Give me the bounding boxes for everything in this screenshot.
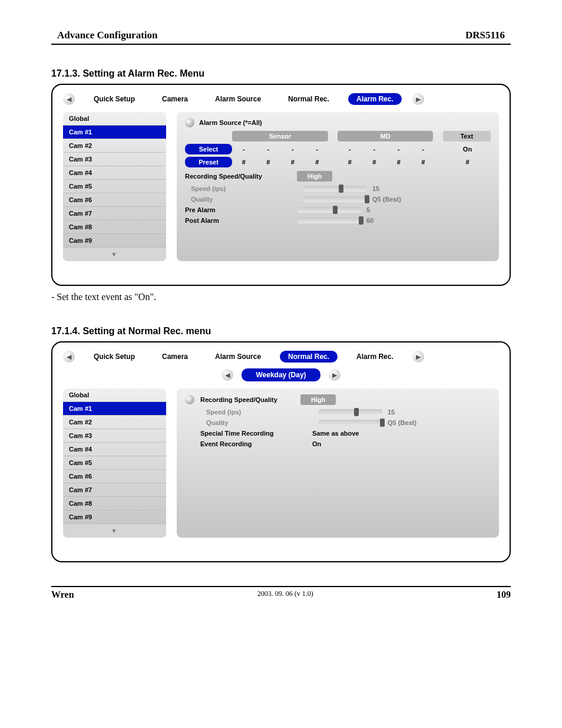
nav-next-icon[interactable]: ▶ bbox=[412, 93, 424, 105]
select-label[interactable]: Select bbox=[185, 144, 232, 154]
footer-right: 109 bbox=[497, 589, 511, 600]
quality-slider[interactable] bbox=[303, 196, 368, 202]
post-alarm-slider[interactable] bbox=[297, 218, 362, 223]
page-footer: Wren 2003. 09. 06 (v 1.0) 109 bbox=[51, 586, 511, 600]
select-cell[interactable]: - bbox=[363, 146, 386, 153]
preset-cell[interactable]: # bbox=[281, 159, 305, 166]
speed-slider-2[interactable] bbox=[318, 409, 383, 415]
nav-prev-icon[interactable]: ◀ bbox=[63, 93, 75, 105]
select-cell[interactable]: - bbox=[338, 146, 362, 153]
select-cell[interactable]: - bbox=[306, 146, 329, 153]
cam-item[interactable]: Cam #4 bbox=[63, 166, 166, 180]
tab-alarm-source[interactable]: Alarm Source bbox=[207, 351, 269, 363]
scroll-down-icon[interactable]: ▼ bbox=[63, 248, 166, 261]
rsq-label: Recording Speed/Quality bbox=[185, 173, 297, 180]
rsq-value[interactable]: High bbox=[297, 171, 332, 182]
tab-camera[interactable]: Camera bbox=[154, 351, 196, 363]
quality-value-2: Q5 (Best) bbox=[388, 419, 429, 426]
rsq-value-2[interactable]: High bbox=[300, 394, 336, 405]
cam-item[interactable]: Cam #6 bbox=[63, 470, 166, 483]
cam-item[interactable]: Cam #9 bbox=[63, 234, 166, 248]
subtab-prev-icon[interactable]: ◀ bbox=[222, 369, 233, 381]
camera-list: Global Cam #1 Cam #2 Cam #3 Cam #4 Cam #… bbox=[63, 111, 166, 261]
cam-global[interactable]: Global bbox=[63, 388, 166, 402]
cam-item[interactable]: Cam #3 bbox=[63, 153, 166, 166]
quality-label-2: Quality bbox=[185, 419, 318, 426]
sphere-icon bbox=[185, 395, 194, 404]
cam-item[interactable]: Cam #5 bbox=[63, 180, 166, 193]
cam-item[interactable]: Cam #4 bbox=[63, 443, 166, 456]
normal-main: Recording Speed/Quality High Speed (ips)… bbox=[177, 387, 499, 538]
nav-next-icon[interactable]: ▶ bbox=[412, 351, 424, 363]
speed-label: Speed (ips) bbox=[185, 185, 303, 192]
quality-value: Q5 (Best) bbox=[372, 196, 414, 203]
special-label: Special Time Recording bbox=[185, 430, 312, 437]
event-value[interactable]: On bbox=[312, 440, 321, 447]
cam-item[interactable]: Cam #3 bbox=[63, 429, 166, 443]
preset-cell[interactable]: # bbox=[232, 159, 256, 166]
cam-item[interactable]: Cam #7 bbox=[63, 207, 166, 220]
normal-rec-panel: ◀ Quick Setup Camera Alarm Source Normal… bbox=[51, 341, 511, 562]
top-tabs-2: ◀ Quick Setup Camera Alarm Source Normal… bbox=[63, 351, 499, 363]
cam-item[interactable]: Cam #1 bbox=[63, 402, 166, 416]
group-sensor: Sensor bbox=[232, 131, 328, 141]
speed-value-2: 15 bbox=[388, 409, 429, 416]
cam-item[interactable]: Cam #9 bbox=[63, 510, 166, 524]
speed-label-2: Speed (ips) bbox=[185, 409, 318, 416]
tab-quick-setup[interactable]: Quick Setup bbox=[85, 93, 143, 105]
pre-alarm-slider[interactable] bbox=[297, 207, 362, 213]
cam-item[interactable]: Cam #1 bbox=[63, 126, 166, 139]
cam-item[interactable]: Cam #2 bbox=[63, 416, 166, 429]
tab-normal-rec[interactable]: Normal Rec. bbox=[280, 93, 338, 105]
speed-value: 15 bbox=[372, 185, 414, 192]
select-cell[interactable]: - bbox=[387, 146, 411, 153]
select-cell[interactable]: - bbox=[281, 146, 305, 153]
cam-item[interactable]: Cam #8 bbox=[63, 220, 166, 234]
subtabs: ◀ Weekday (Day) ▶ bbox=[63, 368, 499, 381]
tab-alarm-source[interactable]: Alarm Source bbox=[207, 93, 269, 105]
tab-alarm-rec[interactable]: Alarm Rec. bbox=[348, 93, 402, 105]
rsq-label-2: Recording Speed/Quality bbox=[200, 396, 300, 403]
section1-note: - Set the text event as "On". bbox=[51, 292, 511, 302]
select-cell[interactable]: - bbox=[232, 146, 256, 153]
preset-cell[interactable]: # bbox=[412, 159, 435, 166]
preset-cell[interactable]: # bbox=[387, 159, 411, 166]
scroll-down-icon[interactable]: ▼ bbox=[63, 524, 166, 538]
header-left: Advance Configuration bbox=[57, 29, 157, 41]
page-header: Advance Configuration DRS5116 bbox=[51, 29, 511, 45]
cam-item[interactable]: Cam #6 bbox=[63, 193, 166, 207]
preset-cell[interactable]: # bbox=[306, 159, 329, 166]
speed-slider[interactable] bbox=[303, 186, 368, 192]
alarm-main: Alarm Source (*=All) Sensor MD Text Sele… bbox=[177, 111, 499, 261]
select-cell[interactable]: - bbox=[257, 146, 280, 153]
preset-text[interactable]: # bbox=[444, 159, 491, 166]
preset-cell[interactable]: # bbox=[257, 159, 280, 166]
cam-item[interactable]: Cam #7 bbox=[63, 483, 166, 497]
header-right: DRS5116 bbox=[465, 29, 505, 41]
preset-label[interactable]: Preset bbox=[185, 157, 232, 167]
cam-global[interactable]: Global bbox=[63, 112, 166, 126]
tab-normal-rec[interactable]: Normal Rec. bbox=[280, 351, 338, 363]
nav-prev-icon[interactable]: ◀ bbox=[63, 351, 75, 363]
subtab-weekday[interactable]: Weekday (Day) bbox=[242, 368, 320, 381]
subtab-next-icon[interactable]: ▶ bbox=[329, 369, 340, 381]
section-title-1: 17.1.3. Setting at Alarm Rec. Menu bbox=[51, 68, 511, 79]
camera-list-2: Global Cam #1 Cam #2 Cam #3 Cam #4 Cam #… bbox=[63, 387, 166, 538]
footer-center: 2003. 09. 06 (v 1.0) bbox=[257, 589, 313, 600]
alarm-source-title: Alarm Source (*=All) bbox=[199, 119, 262, 126]
section-title-2: 17.1.4. Setting at Normal Rec. menu bbox=[51, 326, 511, 337]
cam-item[interactable]: Cam #8 bbox=[63, 497, 166, 510]
tab-quick-setup[interactable]: Quick Setup bbox=[85, 351, 143, 363]
special-value[interactable]: Same as above bbox=[312, 430, 359, 437]
tab-alarm-rec[interactable]: Alarm Rec. bbox=[348, 351, 402, 363]
tab-camera[interactable]: Camera bbox=[154, 93, 196, 105]
quality-slider-2[interactable] bbox=[318, 420, 383, 426]
cam-item[interactable]: Cam #2 bbox=[63, 139, 166, 153]
select-text[interactable]: On bbox=[444, 146, 491, 153]
cam-item[interactable]: Cam #5 bbox=[63, 456, 166, 470]
select-cell[interactable]: - bbox=[412, 146, 435, 153]
alarm-rec-panel: ◀ Quick Setup Camera Alarm Source Normal… bbox=[51, 84, 511, 286]
preset-cell[interactable]: # bbox=[363, 159, 386, 166]
group-md: MD bbox=[338, 131, 434, 141]
preset-cell[interactable]: # bbox=[338, 159, 362, 166]
